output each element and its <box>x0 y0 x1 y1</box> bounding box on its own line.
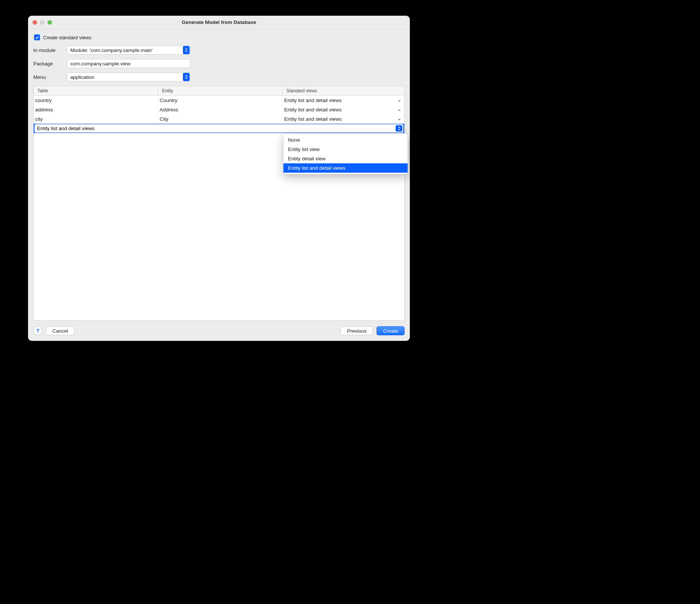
create-button[interactable]: Create <box>377 326 405 335</box>
menu-select[interactable]: application <box>67 73 190 81</box>
in-module-select[interactable]: Module: 'com.company.sample.main' <box>67 46 190 55</box>
chevron-down-icon <box>397 107 401 113</box>
th-table[interactable]: Table <box>34 86 158 95</box>
cell-views[interactable]: Entity list and detail views <box>283 105 404 114</box>
close-window-button[interactable] <box>33 20 37 25</box>
cell-views[interactable]: Entity list and detail views <box>283 114 404 124</box>
check-icon <box>35 36 39 40</box>
in-module-row: In module Module: 'com.company.sample.ma… <box>33 46 405 55</box>
dropdown-option-none[interactable]: None <box>283 135 408 145</box>
chevron-down-icon <box>397 116 401 122</box>
cell-views[interactable]: Entity list and detail views <box>283 96 404 105</box>
th-entity[interactable]: Entity <box>158 86 283 95</box>
cell-entity: Address <box>158 105 283 114</box>
create-standard-views-checkbox[interactable] <box>34 34 40 40</box>
create-standard-views-row: Create standard views <box>33 34 405 40</box>
in-module-value: Module: 'com.company.sample.main' <box>70 47 182 53</box>
traffic-lights <box>28 20 52 25</box>
tables-grid: Table Entity Standard views country Coun… <box>33 86 405 321</box>
dropdown-option-detail[interactable]: Entity detail view <box>283 154 408 163</box>
table-row[interactable]: actor Actor Entity list and detail views <box>34 124 404 133</box>
create-standard-views-label: Create standard views <box>43 35 91 40</box>
table-row[interactable]: address Address Entity list and detail v… <box>34 105 404 114</box>
cell-views[interactable]: Entity list and detail views <box>283 124 404 133</box>
cell-table: address <box>34 105 158 114</box>
stepper-icon <box>183 73 190 81</box>
help-button[interactable]: ? <box>33 326 42 335</box>
previous-button[interactable]: Previous <box>341 326 373 335</box>
dropdown-option-list-detail[interactable]: Entity list and detail views <box>283 163 408 173</box>
dialog-content: Create standard views In module Module: … <box>28 29 410 321</box>
titlebar: Generate Model from Database <box>28 16 410 29</box>
menu-label: Menu <box>33 74 67 80</box>
minimize-window-button[interactable] <box>40 20 44 25</box>
th-views[interactable]: Standard views <box>283 86 404 95</box>
dialog-title: Generate Model from Database <box>28 19 410 25</box>
views-dropdown-popup: None Entity list view Entity detail view… <box>283 134 408 174</box>
table-body: country Country Entity list and detail v… <box>34 96 404 320</box>
chevron-down-icon <box>397 98 401 103</box>
table-header: Table Entity Standard views <box>34 86 404 96</box>
stepper-icon <box>396 125 402 132</box>
dialog-footer: ? Cancel Previous Create <box>28 321 410 341</box>
package-label: Package <box>33 61 67 67</box>
table-row[interactable]: country Country Entity list and detail v… <box>34 96 404 105</box>
cancel-button[interactable]: Cancel <box>46 326 74 335</box>
table-row[interactable]: city City Entity list and detail views <box>34 114 404 124</box>
cell-entity: Country <box>158 96 283 105</box>
dropdown-option-list[interactable]: Entity list view <box>283 145 408 154</box>
cell-table: city <box>34 114 158 124</box>
package-input[interactable]: com.company.sample.view <box>67 59 190 68</box>
in-module-label: In module <box>33 47 67 53</box>
package-row: Package com.company.sample.view <box>33 59 405 68</box>
package-value: com.company.sample.view <box>70 61 131 67</box>
cell-table: country <box>34 96 158 105</box>
cell-entity: City <box>158 114 283 124</box>
dialog-generate-model: Generate Model from Database Create stan… <box>28 16 410 341</box>
views-cell-editor[interactable]: Entity list and detail views <box>34 124 403 133</box>
maximize-window-button[interactable] <box>47 20 52 25</box>
menu-value: application <box>70 74 182 80</box>
menu-row: Menu application <box>33 73 405 81</box>
stepper-icon <box>183 46 190 54</box>
